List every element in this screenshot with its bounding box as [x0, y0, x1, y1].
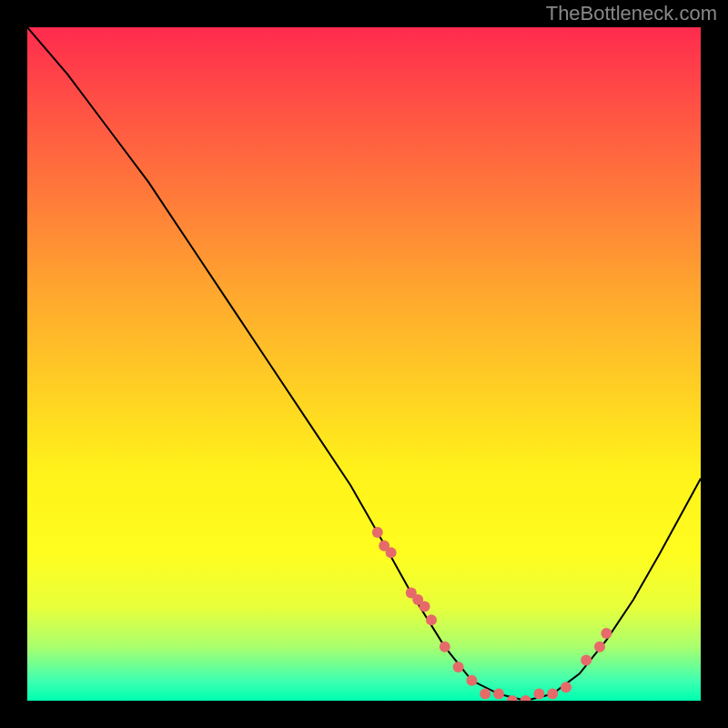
marker-dot — [581, 655, 592, 666]
marker-group — [372, 527, 612, 701]
marker-dot — [453, 662, 464, 672]
marker-dot — [533, 689, 544, 700]
marker-dot — [601, 628, 612, 639]
marker-dot — [466, 675, 477, 686]
marker-dot — [521, 695, 531, 701]
marker-dot — [386, 547, 397, 558]
marker-dot — [594, 642, 605, 652]
marker-dot — [426, 614, 437, 625]
marker-dot — [372, 527, 383, 538]
marker-dot — [493, 689, 504, 700]
chart-container: TheBottleneck.com — [0, 0, 728, 728]
curve-svg — [27, 27, 701, 701]
marker-dot — [480, 689, 490, 700]
marker-dot — [561, 682, 571, 693]
watermark-text: TheBottleneck.com — [546, 2, 717, 25]
bottleneck-curve — [27, 27, 701, 701]
marker-dot — [440, 642, 450, 652]
plot-area — [27, 27, 701, 701]
marker-dot — [547, 689, 558, 700]
marker-dot — [420, 601, 430, 612]
